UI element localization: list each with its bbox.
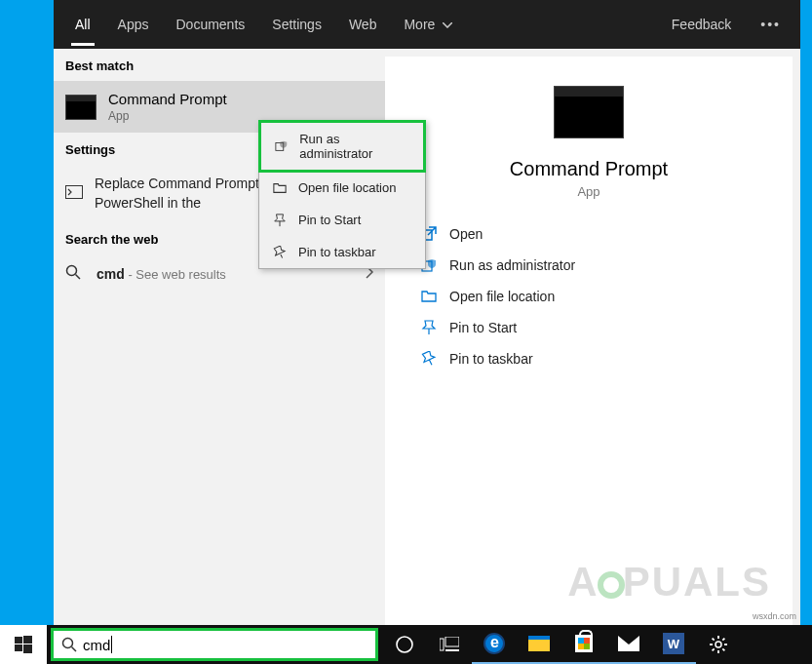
taskbar-app-store[interactable] [561,625,606,664]
action-pin-taskbar-label: Pin to taskbar [449,351,533,367]
svg-line-21 [713,639,715,641]
svg-rect-7 [23,636,32,644]
taskbar-app-settings[interactable] [696,625,741,664]
section-best-match: Best match [54,49,385,81]
search-icon [61,637,77,652]
svg-rect-9 [23,644,32,653]
action-run-admin-label: Run as administrator [449,257,575,273]
action-pin-start-label: Pin to Start [449,320,517,335]
svg-line-22 [722,648,724,650]
svg-line-23 [713,648,715,650]
taskbar-app-edge[interactable] [472,625,517,664]
taskbar-search-box[interactable]: cmd [51,628,378,661]
detail-subtitle: App [405,184,773,199]
context-run-as-admin[interactable]: Run as administrator [258,120,426,173]
context-pin-to-start[interactable]: Pin to Start [259,204,425,236]
svg-point-1 [67,266,77,276]
svg-line-2 [76,275,81,280]
tab-web[interactable]: Web [335,3,391,46]
watermark-url: wsxdn.com [753,611,796,621]
tab-more-label: More [404,17,435,32]
tab-more[interactable]: More [390,3,466,46]
detail-actions-list: Open Run as administrator Open file loca… [405,218,773,374]
web-result-suffix: - See web results [125,267,226,282]
task-view-icon[interactable] [427,625,472,664]
shield-admin-icon [273,139,290,153]
pin-taskbar-icon [418,351,440,367]
context-menu: Run as administrator Open file location … [258,120,426,269]
best-match-title: Command Prompt [108,91,227,107]
feedback-link[interactable]: Feedback [654,17,749,32]
best-match-subtitle: App [108,109,227,123]
folder-icon [271,181,289,195]
action-open-file-location[interactable]: Open file location [414,281,763,312]
chevron-down-icon [443,22,452,28]
tab-documents[interactable]: Documents [162,3,258,46]
web-result-query: cmd [97,266,125,282]
action-pin-to-start[interactable]: Pin to Start [414,312,763,343]
context-pin-start-label: Pin to Start [298,213,361,227]
tab-settings[interactable]: Settings [258,3,335,46]
svg-point-12 [397,637,412,652]
action-run-as-admin[interactable]: Run as administrator [414,250,763,281]
svg-line-11 [72,647,77,652]
web-result-text: cmd - See web results [97,266,226,282]
context-pin-to-taskbar[interactable]: Pin to taskbar [259,236,425,268]
command-prompt-icon-large [554,86,624,138]
svg-line-24 [722,639,724,641]
search-tabs-bar: All Apps Documents Settings Web More Fee… [54,0,800,49]
context-open-file-location[interactable]: Open file location [259,172,425,204]
search-input-value: cmd [83,637,110,653]
action-open-label: Open [449,226,483,242]
folder-icon [418,289,440,304]
search-icon [65,264,85,284]
svg-rect-0 [66,185,83,198]
tab-apps[interactable]: Apps [104,3,163,46]
action-open[interactable]: Open [414,218,763,250]
taskbar: cmd W [0,625,812,664]
svg-rect-14 [445,637,459,646]
svg-point-10 [63,639,73,648]
tab-all[interactable]: All [61,3,104,46]
watermark-logo: APUALS [567,559,771,605]
pin-start-icon [418,320,440,335]
detail-title: Command Prompt [405,158,773,180]
windows-logo-icon [15,636,32,653]
pin-start-icon [271,214,289,227]
more-options-icon[interactable]: ••• [749,17,793,32]
cortana-icon[interactable] [382,625,427,664]
action-pin-to-taskbar[interactable]: Pin to taskbar [414,343,763,374]
context-run-admin-label: Run as administrator [299,132,411,161]
svg-rect-6 [15,637,22,644]
gear-icon [709,635,728,654]
svg-rect-8 [15,644,22,651]
context-open-location-label: Open file location [298,180,396,195]
pin-taskbar-icon [271,246,289,259]
detail-pane: Command Prompt App Open Run as admi [385,57,793,637]
svg-rect-13 [440,639,444,650]
search-results-panel: All Apps Documents Settings Web More Fee… [54,0,800,644]
start-button[interactable] [0,625,47,664]
context-pin-taskbar-label: Pin to taskbar [298,245,376,259]
taskbar-app-word[interactable]: W [651,625,696,664]
command-prompt-icon [65,95,97,120]
taskbar-app-mail[interactable] [606,625,651,664]
terminal-icon [65,185,83,203]
taskbar-app-file-explorer[interactable] [517,625,561,664]
action-open-location-label: Open file location [449,289,555,304]
text-cursor [111,636,112,653]
svg-point-16 [715,642,721,647]
